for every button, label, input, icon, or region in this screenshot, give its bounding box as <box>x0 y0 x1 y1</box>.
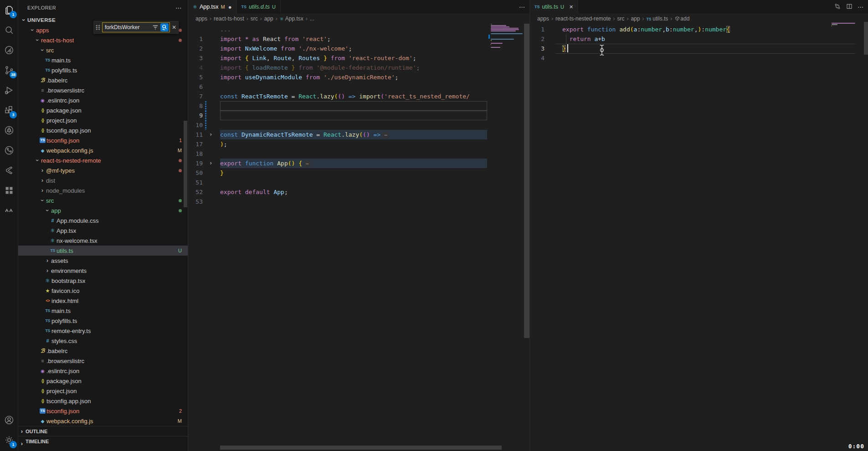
more-actions-icon[interactable]: ⋯ <box>858 4 863 10</box>
fuzzy-match-toggle[interactable] <box>160 23 169 31</box>
tab-utils-ts[interactable]: TSutils.tsU✕ <box>530 0 578 14</box>
tree-item-tsconfig-json[interactable]: TStsconfig.json1 <box>18 135 188 145</box>
minimap-right[interactable] <box>831 23 856 30</box>
tree-extension-icon[interactable] <box>0 120 18 140</box>
tree-item-project-json[interactable]: {}project.json <box>18 115 188 125</box>
waves-extension-icon[interactable] <box>0 200 18 220</box>
tree-item-react-ts-nested-remote[interactable]: ›react-ts-nested-remote <box>18 155 188 165</box>
breadcrumb-item-add[interactable]: add <box>674 15 689 22</box>
circle-at-extension-icon[interactable] <box>0 40 18 60</box>
tree-item-index-html[interactable]: <>index.html <box>18 296 188 306</box>
tree-item-label: tsconfig.json <box>46 408 79 415</box>
nx-console-icon[interactable] <box>0 160 18 180</box>
tree-item-app-tsx[interactable]: ⚛App.tsx <box>18 226 188 236</box>
tab-app-tsx[interactable]: ⚛App.tsxM● <box>188 0 237 14</box>
tree-item-webpack-config-js[interactable]: ◆webpack.config.jsM <box>18 145 188 155</box>
line-number: 1 <box>188 34 203 44</box>
code-editor-left[interactable]: ...1import * as React from 'react';2impo… <box>188 24 529 451</box>
minimap-left[interactable] <box>490 24 524 60</box>
tree-item-eslintrc-json[interactable]: ◉.eslintrc.json <box>18 366 188 376</box>
tree-item-polyfills-ts[interactable]: TSpolyfills.ts <box>18 65 188 75</box>
tree-item-label: node_modules <box>46 187 85 194</box>
extensions-icon[interactable]: 3 <box>0 100 18 120</box>
breadcrumb-item-apps[interactable]: apps <box>537 15 549 22</box>
breadcrumb-item-apps[interactable]: apps <box>195 15 207 22</box>
tree-item-polyfills-ts[interactable]: TSpolyfills.ts <box>18 316 188 326</box>
tree-item-nx-welcome-tsx[interactable]: ⚛nx-welcome.tsx <box>18 236 188 246</box>
breadcrumb-item-react-ts-nested-remote[interactable]: react-ts-nested-remote <box>555 15 611 22</box>
tree-item-browserslistrc[interactable]: ≡.browserslistrc <box>18 356 188 366</box>
fold-chevron-icon[interactable]: › <box>209 130 212 139</box>
tree-item-eslintrc-json[interactable]: ◉.eslintrc.json <box>18 95 188 105</box>
tree-find-input[interactable] <box>105 24 151 31</box>
explorer-more-actions-button[interactable]: ⋯ <box>175 4 182 11</box>
tree-item-favicon-ico[interactable]: ★favicon.ico <box>18 286 188 296</box>
breadcrumb-item-app[interactable]: app <box>631 15 640 22</box>
find-widget-drag-handle[interactable]: ●●●●●● <box>96 25 100 30</box>
breadcrumb-item-src[interactable]: src <box>251 15 258 22</box>
tree-item-bootstrap-tsx[interactable]: ⚛bootstrap.tsx <box>18 276 188 286</box>
search-icon[interactable] <box>0 20 18 40</box>
breadcrumb-item-react-ts-host[interactable]: react-ts-host <box>214 15 244 22</box>
breadcrumb-item-app-tsx[interactable]: ⚛App.tsx <box>280 15 303 22</box>
tree-item-src[interactable]: ›src <box>18 195 188 205</box>
vertical-scrollbar-right[interactable] <box>864 22 868 55</box>
close-tab-icon[interactable]: ✕ <box>569 4 573 10</box>
breadcrumb-item-src[interactable]: src <box>617 15 624 22</box>
source-control-icon[interactable]: 38 <box>0 60 18 80</box>
fold-chevron-icon[interactable]: › <box>209 159 212 168</box>
tree-item-mf-types[interactable]: ›@mf-types <box>18 165 188 175</box>
tree-item-babelrc[interactable]: ℬ.babelrc <box>18 75 188 85</box>
tree-item-app-module-css[interactable]: #App.module.css <box>18 215 188 226</box>
tree-item-main-ts[interactable]: TSmain.ts <box>18 55 188 65</box>
tab-utils-d-ts[interactable]: TSutils.d.tsU <box>237 0 281 14</box>
tree-item-project-json[interactable]: {}project.json <box>18 386 188 396</box>
ts-file-icon: TS <box>44 68 51 72</box>
code-editor-right[interactable]: 1export function add(a:number,b:number,)… <box>530 24 868 451</box>
tree-item-browserslistrc[interactable]: ≡.browserslistrc <box>18 85 188 95</box>
timeline-section-header[interactable]: › TIMELINE <box>18 436 188 451</box>
tree-item-main-ts[interactable]: TSmain.ts <box>18 306 188 316</box>
more-actions-icon[interactable]: ⋯ <box>519 4 525 10</box>
tree-item-react-ts-host[interactable]: ›react-ts-host <box>18 35 188 45</box>
breadcrumb-label: app <box>264 15 273 22</box>
filter-icon[interactable] <box>151 23 159 31</box>
tree-item-remote-entry-ts[interactable]: TSremote-entry.ts <box>18 326 188 336</box>
token: b <box>601 36 605 42</box>
run-and-debug-icon[interactable] <box>0 80 18 100</box>
tree-item-tsconfig-app-json[interactable]: {}tsconfig.app.json <box>18 125 188 135</box>
tree-item-tsconfig-app-json[interactable]: {}tsconfig.app.json <box>18 396 188 406</box>
tree-item-app[interactable]: ›app <box>18 205 188 215</box>
token: ⋯ <box>304 161 310 167</box>
circle-branch-extension-icon[interactable] <box>0 140 18 160</box>
dirty-indicator-icon[interactable]: ● <box>228 4 232 10</box>
breadcrumb-item-utils-ts[interactable]: TSutils.ts <box>646 15 668 22</box>
find-close-icon[interactable]: ✕ <box>172 24 176 31</box>
settings-gear-icon[interactable]: 1 <box>0 430 18 450</box>
tree-item-package-json[interactable]: {}package.json <box>18 105 188 115</box>
tree-item-label: @mf-types <box>46 167 75 174</box>
horizontal-scrollbar-left[interactable] <box>220 446 502 450</box>
tree-item-styles-css[interactable]: #styles.css <box>18 336 188 346</box>
tree-item-assets[interactable]: ›assets <box>18 256 188 266</box>
tree-item-environments[interactable]: ›environments <box>18 266 188 276</box>
tree-item-package-json[interactable]: {}package.json <box>18 376 188 386</box>
tree-item-dist[interactable]: ›dist <box>18 175 188 185</box>
tree-item-utils-ts[interactable]: TSutils.tsU <box>18 246 188 256</box>
tree-item-src[interactable]: ›src <box>18 45 188 55</box>
tree-item-node-modules[interactable]: ›node_modules <box>18 185 188 195</box>
outline-section-header[interactable]: › OUTLINE <box>18 426 188 436</box>
breadcrumb-item-[interactable]: ... <box>310 15 314 22</box>
tree-item-babelrc[interactable]: ℬ.babelrc <box>18 346 188 356</box>
open-changes-icon[interactable] <box>834 3 841 11</box>
tree-item-webpack-config-js[interactable]: ◆webpack.config.jsM <box>18 416 188 426</box>
accounts-icon[interactable] <box>0 410 18 430</box>
grid-extension-icon[interactable] <box>0 180 18 200</box>
breadcrumb-item-app[interactable]: app <box>264 15 273 22</box>
vertical-scrollbar-left[interactable] <box>524 24 529 338</box>
json-file-icon: {} <box>39 399 46 403</box>
explorer-icon[interactable]: 1 <box>0 0 18 20</box>
split-editor-icon[interactable] <box>846 3 853 11</box>
sidebar-scrollbar[interactable] <box>184 121 187 207</box>
tree-item-tsconfig-json[interactable]: TStsconfig.json2 <box>18 406 188 416</box>
